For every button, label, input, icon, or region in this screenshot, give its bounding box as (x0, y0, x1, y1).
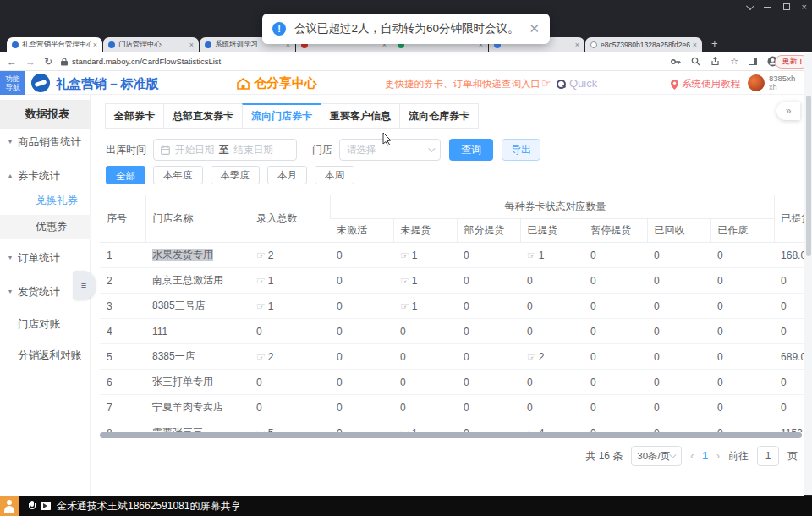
cell-index: 6 (100, 370, 145, 395)
time-filter-label: 出库时间 (106, 143, 146, 157)
tab-close-icon[interactable]: × (575, 41, 579, 49)
user-name-main: 8385xh (769, 74, 795, 83)
cell-count[interactable]: ☞2 (250, 344, 330, 370)
vertical-scrollbar-thumb[interactable] (806, 96, 811, 256)
cell-amount: 0 (774, 370, 804, 395)
cell-count: 0 (393, 395, 457, 420)
tutorial-link[interactable]: 系统使用教程 (671, 78, 740, 91)
cell-count[interactable]: ☞1 (393, 294, 457, 319)
prev-page-button[interactable]: ‹ (690, 450, 694, 462)
sidebar-item[interactable]: ▾订单统计 (0, 246, 91, 270)
content-tab[interactable]: 总部直发券卡 (163, 103, 243, 129)
cell-count[interactable]: ☞1 (393, 268, 457, 294)
maximize-icon[interactable] (783, 3, 790, 10)
microphone-icon (29, 501, 36, 512)
content-tab[interactable]: 重要客户信息 (321, 103, 400, 129)
function-nav-button[interactable]: 功能 导航 (0, 71, 25, 95)
cell-count: 0 (393, 370, 457, 395)
side-panel-icon[interactable] (749, 58, 757, 65)
forward-icon[interactable]: → (25, 56, 36, 68)
cell-count: 0 (330, 395, 393, 420)
cell-count[interactable]: ☞5 (250, 420, 330, 433)
new-tab-button[interactable]: + (711, 37, 718, 50)
zoom-icon[interactable] (691, 57, 700, 66)
quick-filter-button[interactable]: 本季度 (211, 166, 261, 184)
address-bar[interactable]: standard.maboy.cn/CardFlowStatisticsList (61, 57, 221, 66)
horizontal-scrollbar-thumb[interactable] (100, 432, 802, 438)
reload-icon[interactable]: ↻ (44, 56, 52, 68)
total-count: 共 16 条 (585, 449, 623, 464)
sidebar-item[interactable]: 门店对账 (0, 312, 91, 336)
cell-count: 0 (330, 294, 393, 319)
pointer-icon: ☞ (256, 351, 266, 363)
content-tab[interactable]: 流向仓库券卡 (399, 103, 479, 129)
content-tab[interactable]: 流向门店券卡 (242, 103, 321, 129)
sidebar-item[interactable]: ▾商品销售统计 (0, 130, 91, 154)
notification-close-icon[interactable]: ✕ (529, 21, 540, 36)
cell-store: 张三打单专用 (145, 370, 250, 395)
mouse-cursor (382, 132, 392, 150)
horizontal-scrollbar[interactable] (100, 432, 802, 438)
quick-filter-button[interactable]: 本年度 (153, 166, 203, 184)
search-icon (557, 80, 565, 88)
browser-tab[interactable]: 礼盒营销平台管理中心× (7, 37, 102, 52)
cell-count[interactable]: ☞1 (250, 294, 330, 319)
quick-filter-button[interactable]: 全部 (106, 166, 145, 184)
sidebar-item[interactable]: ▴券卡统计 (0, 164, 91, 188)
cell-count[interactable]: ☞2 (250, 243, 330, 268)
user-avatar[interactable] (748, 74, 765, 91)
export-button[interactable]: 导出 (502, 139, 540, 161)
cell-store: 南京王总激活用 (145, 268, 250, 294)
share-icon[interactable] (710, 57, 720, 66)
back-icon[interactable]: ← (7, 56, 17, 68)
sidebar-item-label: 订单统计 (18, 246, 60, 270)
browser-tab[interactable]: 门店管理中心× (103, 37, 199, 52)
search-button[interactable]: 查询 (449, 139, 493, 161)
cell-count[interactable]: ☞1 (520, 243, 584, 268)
cell-count: 0 (647, 268, 710, 294)
cell-count: 0 (457, 243, 520, 268)
quick-filter-button[interactable]: 本周 (315, 166, 354, 184)
location-pin-icon (671, 80, 678, 90)
sidebar-item[interactable]: 分销返利对账 (0, 343, 91, 367)
bookmark-star-icon[interactable]: ☆ (730, 56, 738, 67)
page-size-select[interactable]: 30条/页 (631, 446, 682, 466)
close-window-icon[interactable]: × (802, 3, 807, 10)
cell-count: 0 (520, 319, 584, 344)
minimize-icon[interactable] (764, 7, 771, 8)
quick-filter-button[interactable]: 本月 (267, 166, 307, 184)
url-text: standard.maboy.cn/CardFlowStatisticsList (72, 57, 221, 66)
key-icon[interactable] (671, 58, 681, 66)
browser-tab[interactable]: e8c573980b1328a258fd2e6× (585, 37, 702, 52)
tabs-more-button[interactable]: » (776, 102, 800, 120)
tab-search-icon[interactable] (746, 2, 754, 10)
sidebar-item[interactable]: 优惠券 (0, 215, 91, 239)
meeting-notification: ! 会议已超过2人，自动转为60分钟限时会议。 ✕ (262, 14, 550, 44)
current-page[interactable]: 1 (702, 450, 708, 462)
sidebar-item[interactable]: 兑换礼券 (0, 189, 91, 212)
sidebar-collapse-handle[interactable]: ≡ (73, 271, 95, 299)
cell-store: 111 (145, 319, 250, 344)
cell-count[interactable]: ☞1 (250, 268, 330, 294)
quick-search[interactable]: Quick (557, 77, 597, 90)
cell-count[interactable]: ☞2 (520, 344, 584, 370)
share-center-link[interactable]: 仓分享中心 (237, 75, 317, 91)
sidebar-item-label: 发货统计 (18, 280, 60, 304)
cell-count[interactable]: ☞1 (393, 243, 457, 268)
next-page-button[interactable]: › (716, 450, 720, 462)
cell-count: 0 (584, 319, 647, 344)
tab-close-icon[interactable]: × (189, 41, 194, 49)
cell-count[interactable]: ☞4 (520, 420, 584, 433)
vertical-scrollbar[interactable] (804, 53, 812, 495)
tab-close-icon[interactable]: × (93, 41, 97, 49)
filter-row: 出库时间 开始日期 至 结束日期 门店 请选择 查询 导出 (106, 139, 540, 161)
content-tabs: 全部券卡总部直发券卡流向门店券卡重要客户信息流向仓库券卡 (106, 103, 479, 129)
cell-count[interactable]: ☞1 (393, 420, 457, 433)
status-column-header: 未激活 (330, 219, 393, 243)
tab-close-icon[interactable]: × (693, 41, 697, 49)
date-range-input[interactable]: 开始日期 至 结束日期 (153, 139, 297, 161)
cell-index: 1 (100, 243, 145, 268)
goto-page-input[interactable]: 1 (757, 446, 779, 466)
content-tab[interactable]: 全部券卡 (105, 103, 164, 129)
nav-label-line2: 导航 (0, 83, 25, 91)
